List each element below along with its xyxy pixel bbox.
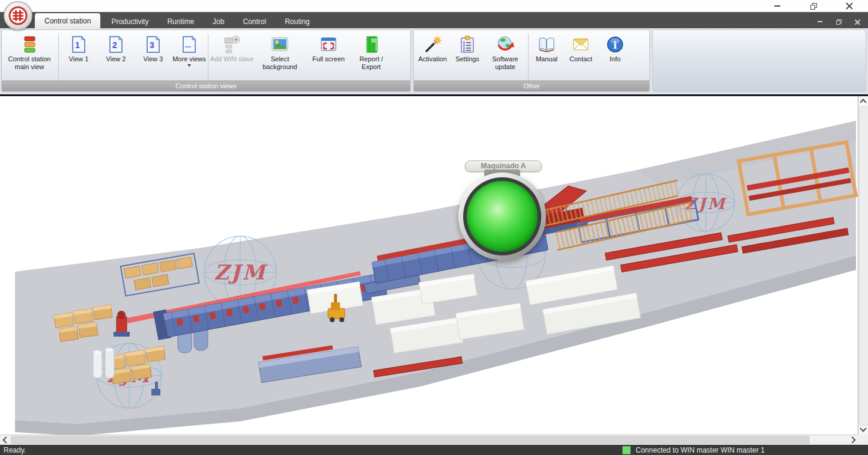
- info-icon: i: [605, 34, 625, 55]
- view-3-button[interactable]: 3 View 3: [135, 31, 172, 63]
- more-views-dropdown-arrow-icon: [187, 64, 191, 67]
- ribbon-group-other: Activation: [413, 29, 650, 92]
- scroll-right-button[interactable]: [848, 435, 858, 445]
- scrollbar-corner: [858, 435, 868, 445]
- mdi-restore-button[interactable]: [834, 18, 843, 25]
- app-logo-button[interactable]: [4, 1, 32, 30]
- status-message: Ready.: [4, 446, 26, 454]
- contact-envelope-icon: [571, 34, 590, 55]
- ribbon-empty-area: [652, 29, 866, 92]
- horizontal-scrollbar-thumb[interactable]: [11, 436, 810, 444]
- scroll-up-button[interactable]: [858, 96, 868, 106]
- contact-button[interactable]: Contact: [563, 31, 598, 63]
- view-2-button[interactable]: 2 View 2: [97, 31, 135, 63]
- company-logo-icon: [8, 5, 28, 26]
- chevron-up-icon: [860, 99, 866, 105]
- restore-icon: [810, 3, 817, 10]
- select-background-button[interactable]: Select background: [254, 31, 306, 70]
- control-station-canvas[interactable]: ZJM ZJM ZJM: [0, 96, 858, 435]
- svg-text:2: 2: [112, 40, 117, 50]
- svg-text:3: 3: [150, 40, 154, 50]
- report-export-icon: [362, 34, 381, 55]
- minimize-button[interactable]: [769, 1, 785, 11]
- mdi-close-icon: [855, 19, 860, 25]
- view-3-icon: 3: [144, 34, 163, 55]
- view-1-icon: 1: [69, 34, 88, 55]
- group-label-control-station-views: Control station views: [2, 81, 410, 91]
- ribbon-separator: [58, 34, 59, 81]
- status-light-green-lens: [467, 181, 538, 252]
- mdi-close-button[interactable]: [852, 18, 862, 25]
- statusbar: Ready. Connected to WIN master WIN maste…: [0, 445, 868, 455]
- vertical-scrollbar-thumb[interactable]: [859, 106, 868, 426]
- tab-job[interactable]: Job: [205, 14, 232, 28]
- group-label-other: Other: [414, 81, 649, 91]
- ribbon-separator: [528, 34, 529, 81]
- control-station-main-view-button[interactable]: Control station main view: [2, 31, 57, 70]
- tab-control[interactable]: Control: [235, 14, 274, 28]
- tab-runtime[interactable]: Runtime: [159, 14, 202, 28]
- ribbon: Control station main view 1 View 1: [0, 28, 868, 96]
- mdi-window-controls: [815, 18, 862, 25]
- full-screen-button[interactable]: Full screen: [306, 31, 351, 63]
- ribbon-tabs: Control station Productivity Runtime Job…: [35, 13, 321, 28]
- more-views-icon: ...: [180, 34, 199, 55]
- chevron-right-icon: [849, 436, 855, 443]
- titlebar: [0, 0, 868, 12]
- select-background-icon: [270, 34, 290, 55]
- svg-text:i: i: [613, 39, 618, 51]
- software-update-globe-icon: [496, 34, 515, 55]
- svg-text:1: 1: [75, 40, 80, 50]
- manual-button[interactable]: Manual: [530, 31, 563, 63]
- close-icon: [846, 2, 853, 10]
- activation-wand-icon: [423, 34, 442, 55]
- control-station-main-view-icon: [20, 34, 39, 55]
- svg-text:ZJM: ZJM: [214, 260, 268, 284]
- close-button[interactable]: [842, 1, 857, 11]
- minimize-icon: [774, 5, 780, 7]
- status-light-maquinado-a[interactable]: [458, 173, 546, 260]
- application-window: Control station Productivity Runtime Job…: [0, 0, 868, 455]
- chevron-left-icon: [2, 436, 9, 443]
- ribbon-tabbar: Control station Productivity Runtime Job…: [0, 12, 868, 28]
- horizontal-scrollbar[interactable]: [0, 435, 858, 445]
- full-screen-icon: [319, 34, 338, 55]
- manual-book-icon: [537, 34, 556, 55]
- factory-floor-scene: ZJM ZJM ZJM: [0, 96, 858, 435]
- software-update-button[interactable]: Software update: [484, 31, 527, 70]
- vertical-scrollbar[interactable]: [858, 96, 868, 435]
- tab-productivity[interactable]: Productivity: [103, 14, 156, 28]
- tab-routing[interactable]: Routing: [277, 14, 317, 28]
- info-button[interactable]: i Info: [598, 31, 632, 63]
- scroll-down-button[interactable]: [858, 424, 868, 435]
- settings-clipboard-icon: [458, 34, 477, 55]
- report-export-button[interactable]: Report / Export: [351, 31, 391, 70]
- connection-status-indicator: [622, 446, 631, 454]
- ribbon-separator: [208, 34, 208, 81]
- connection-status-text: Connected to WIN master WIN master 1: [636, 446, 765, 454]
- restore-button[interactable]: [806, 1, 821, 11]
- mdi-minimize-icon: [818, 21, 822, 22]
- tab-control-station[interactable]: Control station: [35, 13, 100, 28]
- settings-button[interactable]: Settings: [451, 31, 484, 63]
- add-win-slave-button: Add WIN slave: [210, 31, 254, 63]
- scroll-left-button[interactable]: [0, 435, 10, 445]
- svg-text:...: ...: [185, 41, 191, 49]
- view-2-icon: 2: [106, 34, 126, 55]
- more-views-button[interactable]: ... More views: [172, 31, 207, 67]
- mdi-minimize-button[interactable]: [815, 18, 825, 25]
- view-1-button[interactable]: 1 View 1: [60, 31, 97, 63]
- ribbon-group-control-station-views: Control station main view 1 View 1: [1, 29, 411, 92]
- chevron-down-icon: [860, 425, 866, 432]
- add-win-slave-icon: [222, 34, 241, 55]
- activation-button[interactable]: Activation: [414, 31, 451, 63]
- mdi-restore-icon: [836, 19, 842, 25]
